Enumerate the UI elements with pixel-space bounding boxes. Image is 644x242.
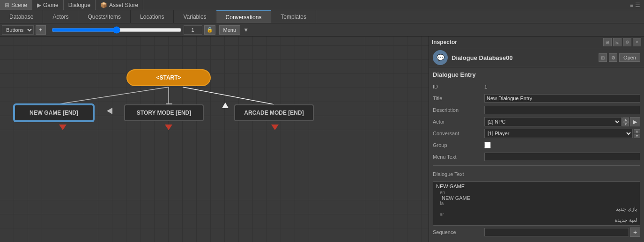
open-button[interactable]: Open (619, 53, 640, 62)
inspector-body: Dialogue Entry ID 1 Title Description Ac… (429, 67, 644, 242)
inspector-gear-icon[interactable]: ⚙ (623, 38, 631, 46)
field-row-dialogue-text: Dialogue Text (433, 169, 640, 179)
main-content: <START> NEW GAME [END] STORY MODE [END] … (0, 37, 644, 242)
arrow-up-to-arcade (222, 103, 229, 108)
actor-arrow-down[interactable]: ▼ (622, 122, 629, 126)
asset-store-icon: 📦 (100, 2, 107, 8)
field-row-group: Group (433, 140, 640, 150)
menu-game[interactable]: ▶ Game (32, 0, 64, 10)
inspector-icon2[interactable]: ◱ (613, 38, 622, 46)
actor-expand-btn[interactable]: ▶ (630, 117, 640, 126)
dialogue-fa-value: بازي جديد (442, 206, 637, 212)
menu-button[interactable]: Menu (219, 25, 241, 35)
id-label: ID (433, 84, 484, 89)
conversant-label: Conversant (433, 131, 484, 136)
tab-locations[interactable]: Locations (131, 10, 174, 23)
lock-button[interactable]: 🔒 (204, 25, 215, 35)
sequence-label: Sequence (433, 229, 484, 235)
menu-bar: ⊞ Scene ▶ Game Dialogue 📦 Asset Store ≡ … (0, 0, 644, 10)
inspector-avatar: 💬 (433, 50, 448, 65)
conversant-arrow-up[interactable]: ▲ (634, 129, 640, 133)
field-row-menu-text: Menu Text (433, 152, 640, 161)
arrow-left-to-newgame (107, 108, 112, 114)
title-label: Title (433, 95, 484, 101)
menu-dialogue[interactable]: Dialogue (64, 0, 96, 10)
actor-select[interactable]: [2] NPC (484, 117, 622, 126)
tab-actors[interactable]: Actors (43, 10, 78, 23)
inspector-settings-icon[interactable]: ⚙ (609, 53, 617, 62)
start-node[interactable]: <START> (126, 69, 211, 86)
new-game-node[interactable]: NEW GAME [END] (14, 104, 94, 121)
inspector-top-buttons: ⊞ ◱ ⚙ × (603, 38, 641, 46)
tab-database[interactable]: Database (0, 10, 43, 23)
sequence-row: Sequence + (433, 227, 640, 237)
dialogue-text-label: Dialogue Text (433, 171, 484, 177)
tab-templates[interactable]: Templates (271, 10, 316, 23)
inspector-close-icon[interactable]: × (633, 38, 641, 46)
field-row-id: ID 1 (433, 82, 640, 91)
tab-variables[interactable]: Variables (174, 10, 216, 23)
tab-conversations[interactable]: Conversations (216, 10, 272, 23)
zoom-value: 1 (184, 25, 202, 35)
menu-text-label: Menu Text (433, 154, 484, 160)
warning-triangle-story (165, 125, 172, 130)
scene-icon: ⊞ (5, 2, 9, 8)
conversant-select-wrapper: [1] Player ▲ ▼ (484, 129, 640, 138)
connector-lines (0, 37, 429, 242)
actor-arrow-up[interactable]: ▲ (622, 117, 629, 122)
menu-text-input[interactable] (484, 153, 640, 161)
game-icon: ▶ (37, 2, 41, 8)
tab-quests-items[interactable]: Quests/Items (78, 10, 131, 23)
group-checkbox[interactable] (484, 142, 491, 148)
dialogue-ar-label: ar (440, 212, 637, 217)
title-input[interactable] (484, 94, 640, 103)
dialogue-fa-label: fa (440, 201, 637, 206)
zoom-slider[interactable] (52, 26, 182, 34)
id-value: 1 (484, 84, 640, 89)
toolbar: Buttons + 1 🔒 Menu ▼ (0, 23, 644, 37)
field-row-actor: Actor [2] NPC ▲ ▼ ▶ (433, 117, 640, 126)
sequence-add-button[interactable]: + (630, 227, 640, 237)
divider-1 (433, 165, 640, 166)
dialogue-en-value: NEW GAME (442, 195, 637, 201)
field-row-title: Title (433, 94, 640, 103)
toolbar-add-button[interactable]: + (36, 25, 46, 35)
menu-asset-store[interactable]: 📦 Asset Store (96, 0, 143, 10)
tab-bar: Database Actors Quests/Items Locations V… (0, 10, 644, 23)
warning-triangle-newgame (59, 125, 67, 130)
toolbar-dropdown[interactable]: Buttons (2, 25, 34, 35)
inspector-panel: Inspector ⊞ ◱ ⚙ × 💬 Dialogue Database00 … (429, 37, 644, 242)
inspector-header: 💬 Dialogue Database00 ⊞ ⚙ Open (429, 48, 644, 67)
inspector-top-bar: Inspector ⊞ ◱ ⚙ × (429, 37, 644, 48)
dialogue-entry-title: Dialogue Entry (433, 71, 640, 78)
actor-label: Actor (433, 119, 484, 125)
description-input[interactable] (484, 106, 640, 114)
dialogue-ar-value: لعبة جديدة (442, 217, 637, 223)
canvas-area[interactable]: <START> NEW GAME [END] STORY MODE [END] … (0, 37, 429, 242)
menu-expand-icon[interactable]: ≡ (630, 2, 633, 8)
dialogue-en-label: en (440, 190, 637, 195)
arcade-mode-node[interactable]: ARCADE MODE [END] (234, 104, 314, 121)
svg-line-2 (183, 87, 274, 104)
inspector-icon1[interactable]: ⊞ (603, 38, 612, 46)
inspector-grid-icon[interactable]: ⊞ (599, 53, 607, 62)
description-label: Description (433, 107, 484, 113)
menu-arrow-icon: ▼ (243, 27, 249, 33)
conversant-arrow-down[interactable]: ▼ (634, 134, 640, 138)
sequence-input[interactable] (484, 228, 629, 236)
field-row-description: Description (433, 105, 640, 115)
svg-line-0 (56, 87, 169, 104)
dialogue-text-main: NEW GAME (436, 183, 637, 189)
actor-arrows: ▲ ▼ (622, 117, 629, 126)
inspector-app-name: Dialogue Database00 (452, 54, 513, 61)
menu-collapse-icon[interactable]: ☰ (635, 2, 640, 8)
menu-scene[interactable]: ⊞ Scene (0, 0, 32, 10)
conversant-arrows: ▲ ▼ (634, 129, 640, 138)
story-mode-node[interactable]: STORY MODE [END] (124, 104, 204, 121)
dialogue-text-block: NEW GAME en NEW GAME fa بازي جديد ar لعب… (433, 181, 640, 226)
conversant-select[interactable]: [1] Player (484, 129, 633, 138)
warning-triangle-arcade (271, 125, 279, 130)
field-row-conversant: Conversant [1] Player ▲ ▼ (433, 129, 640, 138)
group-label: Group (433, 142, 484, 148)
inspector-title-label: Inspector (432, 39, 457, 45)
